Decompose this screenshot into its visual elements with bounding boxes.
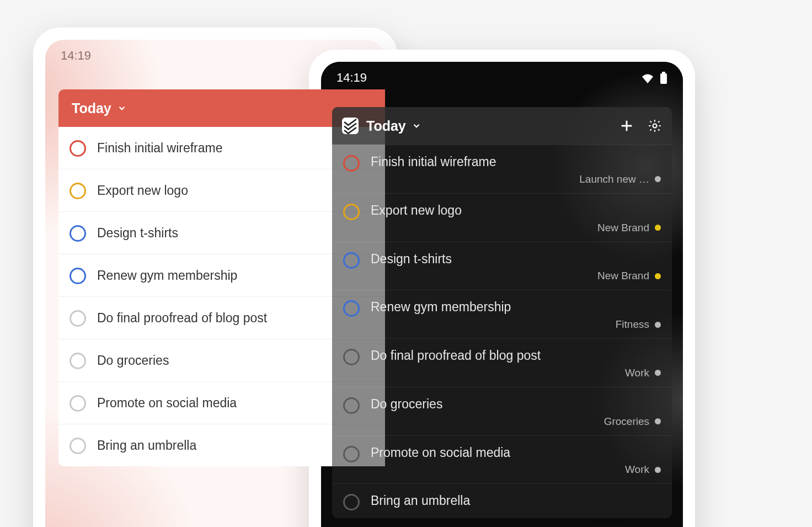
task-checkbox[interactable] xyxy=(70,438,86,454)
task-body: Do final proofread of blog postWork xyxy=(371,348,661,379)
status-bar: 14:19 xyxy=(321,62,683,91)
status-time: 14:19 xyxy=(61,49,91,63)
task-body: Design t-shirtsNew Brand xyxy=(371,251,661,283)
phone-dark-mock: 14:19 Today xyxy=(309,50,695,527)
wifi-icon xyxy=(641,72,654,83)
view-selector[interactable]: Today xyxy=(366,118,421,134)
project-label: Work xyxy=(625,367,649,379)
task-checkbox[interactable] xyxy=(343,349,360,365)
project-color-dot xyxy=(655,273,661,279)
project-color-dot xyxy=(655,467,661,473)
gear-icon xyxy=(648,119,662,133)
task-title: Renew gym membership xyxy=(371,299,661,315)
task-row[interactable]: Renew gym membershipFitness xyxy=(332,290,672,338)
project-label: Work xyxy=(625,464,649,476)
plus-icon xyxy=(619,118,634,134)
project-color-dot xyxy=(655,176,661,182)
task-project-tag: New Brand xyxy=(371,222,661,234)
battery-icon xyxy=(660,72,667,84)
view-title: Today xyxy=(366,118,406,134)
task-body: Do groceriesGroceries xyxy=(371,396,661,428)
task-row[interactable]: Bring an umbrella xyxy=(332,483,672,518)
home-screen-dark: 14:19 Today xyxy=(321,62,683,527)
task-row[interactable]: Promote on social mediaWork xyxy=(332,435,672,484)
chevron-down-icon xyxy=(412,121,421,131)
task-body: Bring an umbrella xyxy=(371,493,661,509)
view-title: Today xyxy=(72,100,111,116)
task-title: Promote on social media xyxy=(371,445,661,461)
task-project-tag: Fitness xyxy=(371,318,661,331)
task-checkbox[interactable] xyxy=(70,268,86,284)
task-checkbox[interactable] xyxy=(343,397,360,414)
task-checkbox[interactable] xyxy=(70,183,86,199)
task-body: Renew gym membershipFitness xyxy=(371,299,661,331)
project-label: Launch new … xyxy=(579,173,649,185)
task-project-tag: New Brand xyxy=(371,270,661,282)
task-title: Design t-shirts xyxy=(371,251,661,267)
task-project-tag: Launch new … xyxy=(371,173,661,185)
task-checkbox[interactable] xyxy=(70,140,86,157)
tasks-widget: Today Finish initial wireframeLaunch new… xyxy=(332,107,672,518)
task-row[interactable]: Do groceriesGroceries xyxy=(332,387,672,435)
status-time: 14:19 xyxy=(336,71,367,85)
svg-rect-1 xyxy=(660,73,667,84)
project-color-dot xyxy=(655,322,661,328)
task-project-tag: Groceries xyxy=(371,416,661,428)
task-checkbox[interactable] xyxy=(343,204,360,220)
task-title: Export new logo xyxy=(371,203,661,219)
project-label: New Brand xyxy=(597,222,649,234)
task-body: Promote on social mediaWork xyxy=(371,445,661,476)
task-checkbox[interactable] xyxy=(70,353,86,369)
task-row[interactable]: Finish initial wireframeLaunch new … xyxy=(332,145,672,193)
svg-point-5 xyxy=(653,124,657,128)
settings-button[interactable] xyxy=(648,119,662,133)
task-checkbox[interactable] xyxy=(343,494,360,510)
project-label: Groceries xyxy=(604,416,649,428)
task-title: Do groceries xyxy=(371,396,661,412)
project-color-dot xyxy=(655,418,661,424)
task-row[interactable]: Design t-shirtsNew Brand xyxy=(332,242,672,290)
task-checkbox[interactable] xyxy=(343,252,360,269)
task-row[interactable]: Export new logoNew Brand xyxy=(332,193,672,242)
task-title: Finish initial wireframe xyxy=(371,154,661,170)
task-checkbox[interactable] xyxy=(70,225,86,242)
task-checkbox[interactable] xyxy=(70,395,86,412)
chevron-down-icon xyxy=(117,103,127,113)
task-title: Bring an umbrella xyxy=(371,493,661,509)
task-checkbox[interactable] xyxy=(343,300,360,317)
project-color-dot xyxy=(655,370,661,376)
task-body: Finish initial wireframeLaunch new … xyxy=(371,154,661,185)
add-task-button[interactable] xyxy=(619,118,634,134)
view-selector[interactable]: Today xyxy=(72,100,127,116)
task-row[interactable]: Do final proofread of blog postWork xyxy=(332,338,672,387)
task-checkbox[interactable] xyxy=(70,310,86,327)
svg-rect-0 xyxy=(662,72,665,73)
widget-header: Today xyxy=(332,107,672,145)
app-logo-icon[interactable] xyxy=(342,118,359,134)
project-color-dot xyxy=(655,225,661,231)
task-list: Finish initial wireframeLaunch new …Expo… xyxy=(332,145,672,518)
project-label: New Brand xyxy=(597,270,649,282)
task-title: Do final proofread of blog post xyxy=(371,348,661,364)
task-checkbox[interactable] xyxy=(343,155,360,172)
status-icons xyxy=(641,72,667,84)
task-body: Export new logoNew Brand xyxy=(371,203,661,234)
project-label: Fitness xyxy=(616,318,649,331)
task-project-tag: Work xyxy=(371,367,661,379)
task-project-tag: Work xyxy=(371,464,661,476)
task-checkbox[interactable] xyxy=(343,446,360,462)
